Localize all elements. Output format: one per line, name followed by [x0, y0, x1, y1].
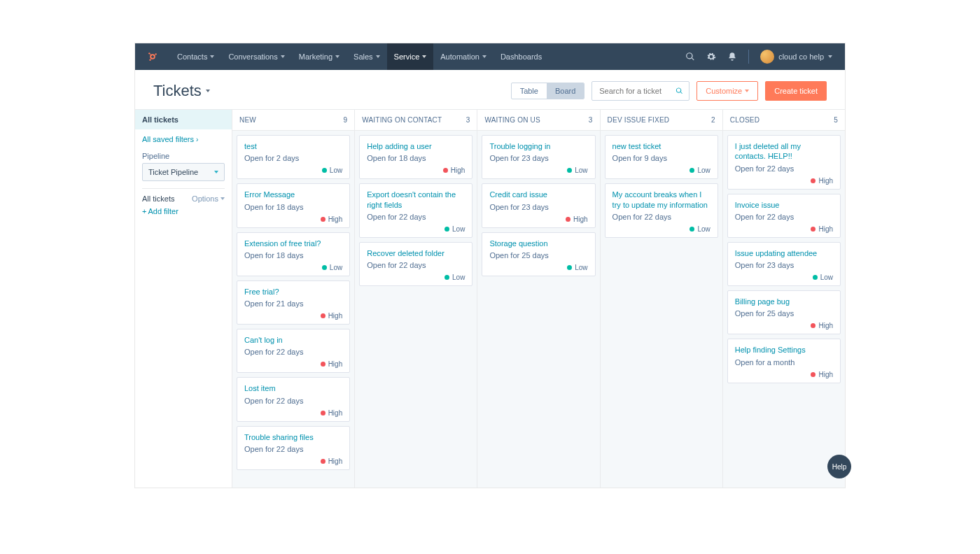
column-count: 9	[343, 116, 347, 124]
add-filter-button[interactable]: + Add filter	[135, 203, 232, 220]
gear-icon[interactable]	[706, 52, 716, 62]
ticket-card[interactable]: Extension of free trial?Open for 18 days…	[237, 232, 350, 276]
hubspot-logo-icon[interactable]	[148, 52, 158, 62]
create-ticket-button[interactable]: Create ticket	[765, 81, 827, 101]
customize-button[interactable]: Customize	[696, 81, 758, 101]
nav-item-conversations[interactable]: Conversations	[221, 43, 291, 70]
nav-divider	[748, 50, 749, 64]
priority-dot-icon	[690, 168, 694, 173]
ticket-open-duration: Open for 22 days	[244, 348, 342, 356]
view-board-button[interactable]: Board	[547, 83, 584, 99]
column-body[interactable]: Trouble logging inOpen for 23 daysLowCre…	[477, 131, 599, 280]
ticket-title: Storage question	[489, 239, 587, 248]
ticket-priority: High	[244, 215, 342, 223]
ticket-card[interactable]: new test ticketOpen for 9 daysLow	[605, 135, 718, 179]
search-input[interactable]	[598, 86, 676, 96]
ticket-open-duration: Open for 18 days	[244, 203, 342, 211]
ticket-open-duration: Open for 9 days	[612, 154, 710, 162]
ticket-card[interactable]: Invoice issueOpen for 22 daysHigh	[727, 194, 841, 238]
ticket-open-duration: Open for 21 days	[244, 299, 342, 308]
ticket-open-duration: Open for 18 days	[244, 251, 342, 260]
ticket-card[interactable]: Trouble logging inOpen for 23 daysLow	[482, 135, 595, 179]
ticket-title: Recover deleted folder	[367, 248, 465, 258]
nav-item-automation[interactable]: Automation	[433, 43, 493, 70]
help-button[interactable]: Help	[827, 455, 851, 478]
pipeline-value: Ticket Pipeline	[148, 168, 198, 176]
column-header: WAITING ON US3	[477, 110, 599, 131]
ticket-title: new test ticket	[612, 141, 710, 151]
ticket-card[interactable]: Issue updating attendeeOpen for 23 daysL…	[727, 242, 841, 286]
nav-item-sales[interactable]: Sales	[346, 43, 387, 70]
search-icon	[676, 87, 683, 95]
ticket-card[interactable]: Free trial?Open for 21 daysHigh	[237, 280, 350, 325]
priority-dot-icon	[443, 168, 448, 173]
saved-filters-link[interactable]: All saved filters ›	[135, 129, 232, 149]
page-title-dropdown[interactable]: Tickets	[153, 82, 210, 100]
ticket-title: Help adding a user	[367, 141, 465, 151]
pipeline-select[interactable]: Ticket Pipeline	[142, 163, 225, 181]
chevron-down-icon	[828, 55, 832, 58]
nav-item-dashboards[interactable]: Dashboards	[493, 43, 549, 70]
ticket-open-duration: Open for 23 days	[489, 203, 587, 211]
ticket-card[interactable]: Export doesn't contain the right fieldsO…	[359, 183, 472, 238]
ticket-priority: High	[244, 360, 342, 368]
priority-dot-icon	[811, 227, 816, 232]
ticket-card[interactable]: Recover deleted folderOpen for 22 daysLo…	[359, 242, 472, 286]
ticket-open-duration: Open for 23 days	[735, 261, 833, 269]
ticket-card[interactable]: Storage questionOpen for 25 daysLow	[482, 232, 595, 276]
ticket-card[interactable]: Billing page bugOpen for 25 daysHigh	[727, 290, 841, 334]
column-count: 3	[466, 116, 470, 124]
ticket-open-duration: Open for 25 days	[489, 251, 587, 260]
toolbar: Tickets Table Board Customize Create tic…	[135, 70, 845, 110]
nav-right: cloud co help	[685, 50, 832, 64]
nav-item-service[interactable]: Service	[387, 43, 434, 70]
view-table-button[interactable]: Table	[512, 83, 547, 99]
ticket-title: Issue updating attendee	[735, 248, 833, 258]
priority-dot-icon	[811, 372, 816, 377]
ticket-open-duration: Open for 25 days	[735, 309, 833, 318]
ticket-priority: Low	[489, 264, 587, 271]
filters-title: All tickets	[142, 194, 174, 203]
column-body[interactable]: testOpen for 2 daysLowError MessageOpen …	[232, 131, 354, 474]
board-column: WAITING ON US3Trouble logging inOpen for…	[477, 110, 600, 488]
page-title: Tickets	[153, 82, 202, 100]
column-body[interactable]: Help adding a userOpen for 18 daysHighEx…	[355, 131, 477, 290]
nav-item-marketing[interactable]: Marketing	[292, 43, 346, 70]
ticket-title: My account breaks when I try to update m…	[612, 190, 710, 210]
account-menu[interactable]: cloud co help	[760, 50, 832, 64]
ticket-title: Error Message	[244, 190, 342, 199]
chevron-down-icon	[376, 55, 380, 58]
ticket-priority: Low	[612, 166, 710, 174]
column-count: 2	[711, 116, 715, 124]
view-toggle: Table Board	[511, 83, 585, 99]
ticket-priority: High	[735, 177, 833, 185]
nav-items: ContactsConversationsMarketingSalesServi…	[170, 43, 549, 70]
priority-dot-icon	[322, 168, 327, 173]
ticket-priority: Low	[612, 225, 710, 233]
ticket-card[interactable]: My account breaks when I try to update m…	[605, 183, 718, 238]
board-column: CLOSED5I just deleted all my contacts. H…	[723, 110, 845, 488]
ticket-card[interactable]: I just deleted all my contacts. HELP!!Op…	[727, 135, 841, 190]
ticket-open-duration: Open for a month	[735, 358, 833, 367]
ticket-card[interactable]: Lost itemOpen for 22 daysHigh	[237, 377, 350, 421]
search-icon[interactable]	[685, 52, 695, 62]
toolbar-right: Table Board Customize Create ticket	[511, 81, 827, 101]
ticket-card[interactable]: Credit card issueOpen for 23 daysHigh	[482, 183, 595, 227]
column-body[interactable]: I just deleted all my contacts. HELP!!Op…	[723, 131, 845, 388]
ticket-card[interactable]: Help adding a userOpen for 18 daysHigh	[359, 135, 472, 179]
column-header: DEV ISSUE FIXED2	[601, 110, 722, 131]
ticket-card[interactable]: Can't log inOpen for 22 daysHigh	[237, 329, 350, 373]
ticket-card[interactable]: Help finding SettingsOpen for a monthHig…	[727, 339, 841, 383]
ticket-card[interactable]: testOpen for 2 daysLow	[237, 135, 350, 179]
ticket-priority: Low	[489, 166, 587, 174]
column-body[interactable]: new test ticketOpen for 9 daysLowMy acco…	[601, 131, 722, 242]
ticket-card[interactable]: Error MessageOpen for 18 daysHigh	[237, 183, 350, 227]
priority-dot-icon	[811, 178, 816, 183]
bell-icon[interactable]	[727, 52, 737, 62]
ticket-card[interactable]: Trouble sharing filesOpen for 22 daysHig…	[237, 426, 350, 470]
sidebar-tab-all-tickets[interactable]: All tickets	[135, 110, 232, 129]
ticket-priority: Low	[367, 274, 465, 281]
filter-options-menu[interactable]: Options	[192, 194, 225, 203]
nav-item-contacts[interactable]: Contacts	[170, 43, 221, 70]
search-box[interactable]	[592, 81, 690, 101]
